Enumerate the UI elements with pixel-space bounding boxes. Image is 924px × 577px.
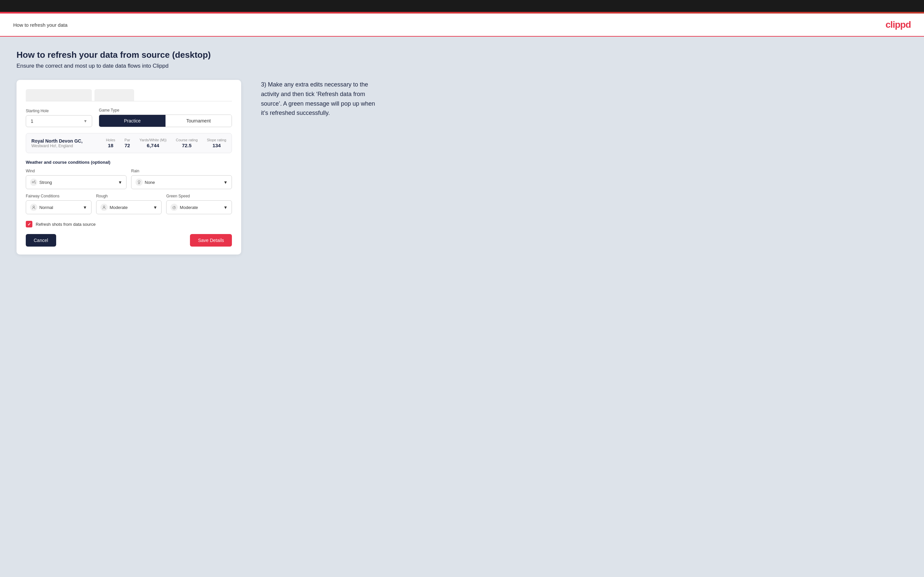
course-rating-value: 72.5 [182, 143, 192, 148]
content-row: Starting Hole 1 ▼ Game Type Practice Tou… [16, 80, 908, 255]
game-type-buttons: Practice Tournament [99, 114, 232, 127]
starting-hole-chevron: ▼ [83, 119, 87, 124]
page-subheading: Ensure the correct and most up to date d… [16, 63, 908, 69]
logo: clippd [886, 19, 911, 30]
top-bar [0, 0, 924, 12]
rough-value: Moderate [110, 205, 128, 210]
tournament-button[interactable]: Tournament [165, 115, 232, 127]
green-speed-icon [170, 204, 178, 211]
fairway-icon [30, 204, 37, 211]
yards-label: Yards/White (M)) [139, 138, 166, 142]
yards-value: 6,744 [147, 143, 159, 148]
tab-placeholder-1 [26, 89, 92, 101]
starting-hole-label: Starting Hole [26, 109, 92, 113]
course-row: Royal North Devon GC, Westward Ho!, Engl… [26, 133, 232, 153]
wind-chevron: ▼ [118, 180, 122, 185]
rough-chevron: ▼ [153, 205, 157, 210]
rain-label: Rain [131, 169, 232, 173]
par-label: Par [124, 138, 130, 142]
wind-select-left: Strong [30, 179, 52, 186]
header: How to refresh your data clippd [0, 13, 924, 37]
course-rating-label: Course rating [176, 138, 197, 142]
course-stats: Holes 18 Par 72 Yards/White (M)) 6,744 C… [106, 138, 226, 148]
course-info: Royal North Devon GC, Westward Ho!, Engl… [31, 138, 82, 148]
course-location: Westward Ho!, England [31, 143, 82, 148]
save-button[interactable]: Save Details [190, 234, 232, 247]
conditions-title: Weather and course conditions (optional) [26, 160, 232, 165]
main-content: How to refresh your data from source (de… [0, 37, 924, 577]
game-type-group: Game Type Practice Tournament [99, 108, 232, 127]
fairway-select-left: Normal [30, 204, 53, 211]
rain-group: Rain None ▼ [131, 169, 232, 189]
slope-rating-value: 134 [212, 143, 221, 148]
game-type-label: Game Type [99, 108, 232, 113]
cancel-button[interactable]: Cancel [26, 234, 56, 247]
rain-icon [136, 179, 143, 186]
fairway-select[interactable]: Normal ▼ [26, 200, 92, 214]
side-note-text: 3) Make any extra edits necessary to the… [261, 80, 380, 118]
button-row: Cancel Save Details [26, 234, 232, 247]
stat-par: Par 72 [124, 138, 130, 148]
refresh-label: Refresh shots from data source [36, 222, 95, 227]
stat-course-rating: Course rating 72.5 [176, 138, 197, 148]
rough-label: Rough [96, 194, 162, 198]
rough-select-left: Moderate [100, 204, 128, 211]
svg-point-1 [33, 206, 35, 208]
fairway-value: Normal [39, 205, 53, 210]
green-speed-select[interactable]: Moderate ▼ [166, 200, 232, 214]
svg-point-2 [103, 206, 105, 208]
conditions-row-2: Fairway Conditions Normal ▼ Rough [26, 194, 232, 214]
green-speed-select-left: Moderate [170, 204, 198, 211]
svg-point-0 [138, 181, 140, 182]
green-speed-value: Moderate [180, 205, 198, 210]
stat-yards: Yards/White (M)) 6,744 [139, 138, 166, 148]
wind-value: Strong [39, 180, 52, 185]
stat-holes: Holes 18 [106, 138, 115, 148]
wind-group: Wind Strong ▼ [26, 169, 126, 189]
side-note: 3) Make any extra edits necessary to the… [261, 80, 380, 118]
par-value: 72 [124, 143, 130, 148]
fairway-label: Fairway Conditions [26, 194, 92, 198]
green-speed-label: Green Speed [166, 194, 232, 198]
practice-button[interactable]: Practice [99, 115, 165, 127]
tab-placeholder-2 [94, 89, 134, 101]
card-top-tabs [26, 89, 232, 102]
holes-value: 18 [108, 143, 113, 148]
svg-point-4 [174, 207, 174, 208]
rough-group: Rough Moderate ▼ [96, 194, 162, 214]
refresh-checkbox-row: ✓ Refresh shots from data source [26, 221, 232, 227]
rain-chevron: ▼ [223, 180, 228, 185]
edit-card: Starting Hole 1 ▼ Game Type Practice Tou… [16, 80, 241, 255]
header-title: How to refresh your data [13, 22, 68, 28]
fairway-chevron: ▼ [83, 205, 87, 210]
rough-select[interactable]: Moderate ▼ [96, 200, 162, 214]
green-speed-chevron: ▼ [223, 205, 228, 210]
rain-select[interactable]: None ▼ [131, 175, 232, 189]
course-name: Royal North Devon GC, [31, 138, 82, 143]
rain-value: None [145, 180, 155, 185]
checkmark-icon: ✓ [27, 222, 31, 227]
page-heading: How to refresh your data from source (de… [16, 50, 908, 60]
starting-hole-value: 1 [31, 119, 33, 124]
holes-label: Holes [106, 138, 115, 142]
green-speed-group: Green Speed Moderate ▼ [166, 194, 232, 214]
slope-rating-label: Slope rating [207, 138, 226, 142]
wind-select[interactable]: Strong ▼ [26, 175, 126, 189]
wind-label: Wind [26, 169, 126, 173]
top-fields-row: Starting Hole 1 ▼ Game Type Practice Tou… [26, 108, 232, 127]
rain-select-left: None [136, 179, 155, 186]
conditions-row-1: Wind Strong ▼ Rain [26, 169, 232, 189]
rough-icon [100, 204, 108, 211]
stat-slope-rating: Slope rating 134 [207, 138, 226, 148]
refresh-checkbox[interactable]: ✓ [26, 221, 32, 227]
starting-hole-group: Starting Hole 1 ▼ [26, 109, 92, 127]
fairway-group: Fairway Conditions Normal ▼ [26, 194, 92, 214]
wind-icon [30, 179, 37, 186]
starting-hole-select[interactable]: 1 ▼ [26, 115, 92, 127]
